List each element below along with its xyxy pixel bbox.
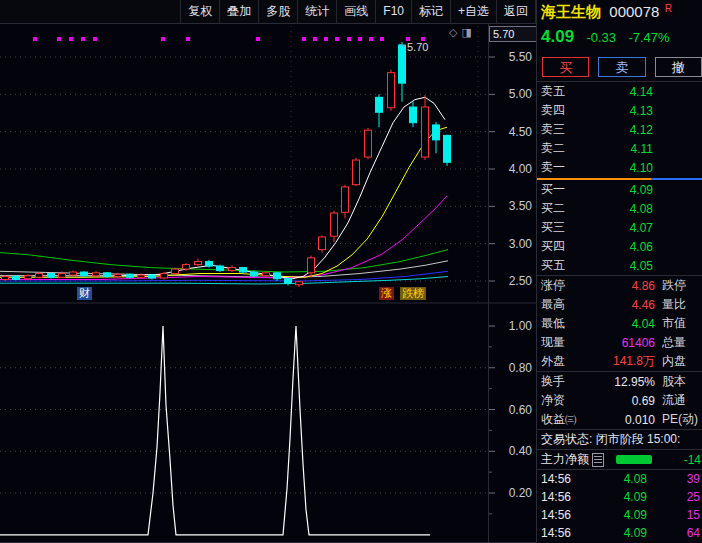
- sell-level-1[interactable]: 卖一4.10: [537, 158, 702, 177]
- quote-panel: 海王生物 000078 R 4.09 -0.33 -7.47% 买 卖 撤 卖五…: [536, 0, 702, 543]
- book-label: 买三: [537, 219, 581, 236]
- buy-level-4[interactable]: 买四4.06: [537, 237, 702, 256]
- stat-label: 收益㈢: [537, 411, 593, 428]
- book-label: 买四: [537, 238, 581, 255]
- candle-body: [274, 273, 281, 279]
- stat-cur-volume: 现量61406总量: [537, 333, 702, 352]
- candle-body: [240, 268, 247, 272]
- tick-row[interactable]: 14:564.0839: [537, 470, 702, 488]
- toolbar-button-duogu[interactable]: 多股: [259, 0, 298, 23]
- indicator-axis-label: 0.40: [509, 444, 533, 458]
- candle-body: [70, 272, 77, 275]
- book-price: 4.08: [581, 202, 653, 216]
- tick-time: 14:56: [537, 526, 587, 540]
- indicator-axis-label: 0.20: [509, 486, 533, 500]
- rise-badge[interactable]: 涨: [379, 287, 394, 300]
- toolbar-button-fuquan[interactable]: 复权: [181, 0, 220, 23]
- toolbar-button-biaoji[interactable]: 标记: [412, 0, 451, 23]
- indicator-axis-label: 0.60: [509, 403, 533, 417]
- signal-dot: [256, 37, 260, 41]
- buy-level-3[interactable]: 买三4.07: [537, 218, 702, 237]
- candle-body: [308, 258, 315, 273]
- tick-price: 4.08: [587, 472, 647, 486]
- toolbar-spacer: [0, 0, 181, 23]
- candle-body: [138, 275, 145, 277]
- signal-dot: [81, 37, 85, 41]
- cancel-button[interactable]: 撤: [655, 57, 702, 77]
- sell-level-2[interactable]: 卖二4.11: [537, 139, 702, 158]
- main-flow-label: 主力净额: [541, 451, 589, 468]
- book-price: 4.10: [581, 161, 653, 175]
- tick-row[interactable]: 14:564.0915: [537, 506, 702, 524]
- signal-dot: [93, 37, 97, 41]
- stat-label2: 跌停: [662, 277, 686, 294]
- book-label: 买二: [537, 200, 581, 217]
- chart-corner-icons[interactable]: ◇◨: [449, 26, 476, 39]
- diamond-icon[interactable]: ◇: [449, 26, 461, 38]
- candle-body: [161, 274, 168, 278]
- stock-app-window: 5.505.004.504.003.503.002.501.000.800.60…: [0, 0, 702, 543]
- signal-dot: [313, 37, 317, 41]
- main-capital-flow-row[interactable]: 主力净额 -14: [537, 450, 702, 469]
- price-axis-label: 2.50: [509, 274, 533, 288]
- candle-body: [183, 265, 190, 269]
- candle-body: [59, 274, 66, 278]
- sell-level-5[interactable]: 卖五4.14: [537, 82, 702, 101]
- stat-value: 0.69: [593, 394, 655, 408]
- signal-dot: [57, 37, 61, 41]
- toolbar-button-add-watchlist[interactable]: +自选: [451, 0, 497, 23]
- stat-label2: 流通: [662, 392, 686, 409]
- signal-dot: [335, 37, 339, 41]
- candle-body: [353, 160, 360, 185]
- book-price: 4.07: [581, 221, 653, 235]
- signal-dot: [69, 37, 73, 41]
- book-label: 卖二: [537, 140, 581, 157]
- tick-row[interactable]: 14:564.0925: [537, 488, 702, 506]
- tick-time: 14:56: [537, 490, 587, 504]
- buy-level-2[interactable]: 买二4.08: [537, 199, 702, 218]
- tick-volume: 15: [647, 508, 702, 522]
- tick-row[interactable]: 14:564.0964: [537, 524, 702, 542]
- book-price: 4.12: [581, 123, 653, 137]
- indicator-axis-label: 1.00: [509, 319, 533, 333]
- finance-badge[interactable]: 财: [77, 287, 92, 300]
- toolbar-button-f10[interactable]: F10: [376, 0, 412, 23]
- candle-body: [331, 213, 338, 236]
- book-label: 卖一: [537, 159, 581, 176]
- stock-title-row: 海王生物 000078 R: [537, 0, 702, 27]
- candle-body: [376, 97, 383, 112]
- stat-low: 最低4.04市值: [537, 314, 702, 333]
- candle-body: [2, 277, 9, 280]
- stat-label: 最高: [537, 296, 593, 313]
- kline-and-indicator-chart[interactable]: 5.505.004.504.003.503.002.501.000.800.60…: [0, 0, 536, 543]
- toolbar-button-diejia[interactable]: 叠加: [220, 0, 259, 23]
- candle-body: [127, 274, 134, 277]
- detail-list-icon[interactable]: [592, 453, 604, 467]
- book-label: 买一: [537, 181, 581, 198]
- buy-level-5[interactable]: 买五4.05: [537, 256, 702, 275]
- indicator-axis-label: 0.80: [509, 361, 533, 375]
- flow-bar: [616, 455, 652, 464]
- tick-volume: 64: [647, 526, 702, 540]
- candle-body: [285, 279, 292, 283]
- high-price-annotation: 5.70: [407, 41, 428, 53]
- stat-label: 最低: [537, 315, 593, 332]
- sell-button[interactable]: 卖: [598, 57, 645, 77]
- stock-name: 海王生物: [541, 3, 601, 20]
- candle-body: [81, 272, 88, 276]
- price-axis-label: 4.00: [509, 162, 533, 176]
- candle-body: [93, 273, 100, 276]
- last-price: 4.09: [541, 27, 574, 46]
- sell-level-4[interactable]: 卖四4.13: [537, 101, 702, 120]
- sell-level-3[interactable]: 卖三4.12: [537, 120, 702, 139]
- fall-rank-badge[interactable]: 跌榜: [400, 287, 426, 300]
- split-view-icon[interactable]: ◨: [461, 26, 475, 38]
- buy-level-1[interactable]: 买一4.09: [537, 180, 702, 199]
- signal-dot: [302, 37, 306, 41]
- buy-button[interactable]: 买: [542, 57, 589, 77]
- candle-body: [25, 276, 32, 279]
- toolbar-button-tongji[interactable]: 统计: [298, 0, 337, 23]
- toolbar-button-huaxian[interactable]: 画线: [337, 0, 376, 23]
- toolbar-button-back[interactable]: 返回: [497, 0, 536, 23]
- toolbar: 复权 叠加 多股 统计 画线 F10 标记 +自选 返回: [0, 0, 536, 24]
